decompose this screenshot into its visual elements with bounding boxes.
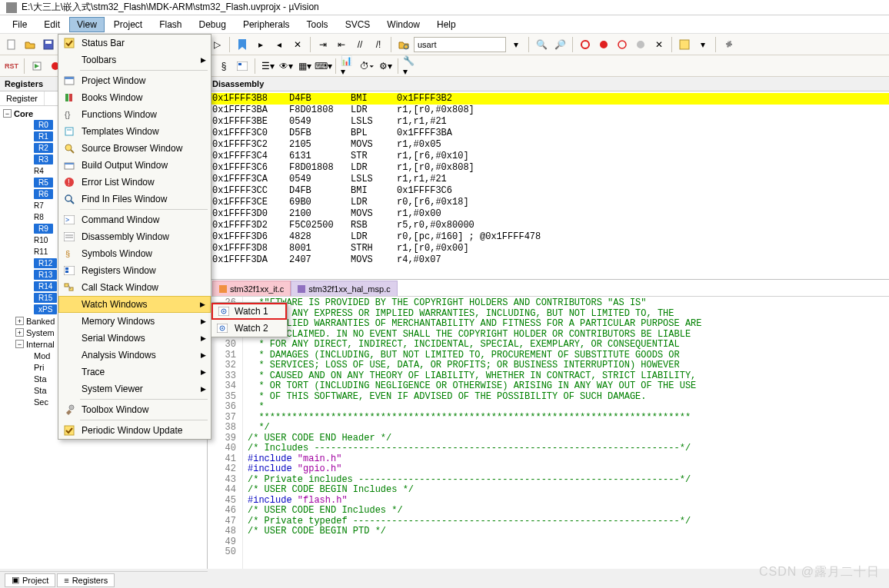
- disable-bp-icon[interactable]: [632, 36, 649, 53]
- menu-item-label: Watch Windows: [82, 299, 148, 310]
- svg-rect-25: [65, 94, 68, 101]
- insert-bp-icon[interactable]: [595, 36, 612, 53]
- disasm-row[interactable]: 0x1FFFF3D88001STRHr1,[r0,#0x00]: [208, 243, 889, 254]
- view-menu-error-list-window[interactable]: !Error List Window: [58, 174, 211, 191]
- incremental-icon[interactable]: 🔎: [551, 36, 568, 53]
- disasm-row[interactable]: 0x1FFFF3BE0549LSLSr1,r1,#21: [208, 116, 889, 128]
- tab-stm32f1xx-hal-msp[interactable]: stm32f1xx_hal_msp.c: [291, 281, 397, 296]
- view-menu-symbols-window[interactable]: §Symbols Window: [58, 245, 211, 262]
- view-menu-toolbox-window[interactable]: Toolbox Window: [58, 401, 211, 418]
- menu-item-label: Symbols Window: [82, 248, 152, 259]
- reset-icon[interactable]: RST: [3, 58, 20, 75]
- menu-window[interactable]: Window: [379, 17, 428, 32]
- system-viewer-icon[interactable]: ⚙▾: [377, 58, 394, 75]
- disasm-row[interactable]: 0x1FFFF3C46131STRr1,[r6,#0x10]: [208, 151, 889, 162]
- uncomment-icon[interactable]: /!: [370, 36, 387, 53]
- save-icon[interactable]: [40, 36, 57, 53]
- view-menu-trace[interactable]: Trace▶: [58, 364, 211, 380]
- symbols-window-icon[interactable]: §: [215, 58, 232, 75]
- view-menu-command-window[interactable]: >Command Window: [58, 211, 211, 228]
- view-menu-disassembly-window[interactable]: Disassembly Window: [58, 228, 211, 245]
- view-menu-functions-window[interactable]: {}Functions Window: [58, 106, 211, 123]
- bookmark-next-icon[interactable]: ▸: [252, 36, 269, 53]
- svg-line-31: [71, 150, 74, 153]
- disasm-row[interactable]: 0x1FFFF3C6F8D01808LDRr1,[r0,#0x808]: [208, 162, 889, 174]
- view-menu-call-stack-window[interactable]: Call Stack Window: [58, 279, 211, 296]
- search-dd-icon[interactable]: ▾: [508, 36, 524, 53]
- search-combo[interactable]: usart: [414, 37, 506, 52]
- view-menu-toolbars[interactable]: Toolbars▶: [58, 51, 211, 68]
- trace-window-icon[interactable]: ⏱▾: [358, 58, 375, 75]
- disasm-row[interactable]: 0x1FFFF3B8D4FBBMI0x1FFFF3B2: [208, 93, 889, 105]
- view-menu-analysis-windows[interactable]: Analysis Windows▶: [58, 347, 211, 364]
- new-file-icon[interactable]: [3, 36, 20, 53]
- watch-submenu-watch-1[interactable]: Watch 1: [211, 303, 287, 320]
- menu-view[interactable]: View: [69, 17, 105, 32]
- disasm-row[interactable]: 0x1FFFF3CCD4FBBMI0x1FFFF3C6: [208, 185, 889, 197]
- open-file-icon[interactable]: [22, 36, 38, 53]
- tab-stm32f1xx-it[interactable]: stm32f1xx_it.c: [212, 281, 291, 296]
- bookmark-icon[interactable]: [234, 36, 251, 53]
- menu-edit[interactable]: Edit: [36, 17, 68, 32]
- debug-start-icon[interactable]: [577, 36, 594, 53]
- view-menu-periodic-window-update[interactable]: Periodic Window Update: [58, 422, 211, 439]
- disasm-row[interactable]: 0x1FFFF3DA2407MOVSr4,#0x07: [208, 254, 889, 266]
- disasm-row[interactable]: 0x1FFFF3D02100MOVSr1,#0x00: [208, 208, 889, 220]
- view-menu-project-window[interactable]: Project Window: [58, 72, 211, 89]
- view-menu-serial-windows[interactable]: Serial Windows▶: [58, 330, 211, 347]
- configure-icon[interactable]: [720, 36, 737, 53]
- menu-peripherals[interactable]: Peripherals: [235, 17, 298, 32]
- comment-icon[interactable]: //: [351, 36, 368, 53]
- registers-window-icon[interactable]: [234, 58, 251, 75]
- disasm-row[interactable]: 0x1FFFF3D2F5C02500RSBr5,r0,#0x80000: [208, 220, 889, 231]
- bottom-tab-registers[interactable]: ≡ Registers: [57, 573, 115, 587]
- disasm-row[interactable]: 0x1FFFF3CA0549LSLSr1,r1,#21: [208, 174, 889, 185]
- view-menu-watch-windows[interactable]: Watch Windows▶: [58, 296, 211, 313]
- outdent-icon[interactable]: ⇤: [333, 36, 350, 53]
- menu-help[interactable]: Help: [429, 17, 464, 32]
- svg-text:!: !: [68, 178, 70, 187]
- watch-submenu-watch-2[interactable]: Watch 2: [211, 320, 287, 337]
- view-menu-registers-window[interactable]: Registers Window: [58, 262, 211, 279]
- disasm-row[interactable]: 0x1FFFF3CE69B0LDRr0,[r6,#0x18]: [208, 197, 889, 208]
- toolbox-icon[interactable]: 🔧▾: [402, 58, 419, 75]
- view-menu-templates-window[interactable]: Templates Window: [58, 123, 211, 140]
- view-menu-books-window[interactable]: Books Window: [58, 89, 211, 106]
- menu-svcs[interactable]: SVCS: [338, 17, 378, 32]
- code-editor[interactable]: 2627282930313233343536373839404142434445…: [208, 297, 889, 569]
- run-icon[interactable]: [28, 58, 45, 75]
- kill-bp-icon[interactable]: ✕: [651, 36, 668, 53]
- disasm-row[interactable]: 0x1FFFF3D64828LDRr0,[pc,#160] ; @0x1FFFF…: [208, 231, 889, 243]
- watch-window-icon[interactable]: 👁▾: [278, 58, 295, 75]
- menu-tools[interactable]: Tools: [299, 17, 336, 32]
- menu-debug[interactable]: Debug: [191, 17, 234, 32]
- analysis-window-icon[interactable]: 📊▾: [340, 58, 357, 75]
- enable-bp-icon[interactable]: [614, 36, 631, 53]
- menu-separator: [80, 420, 208, 420]
- view-menu-memory-windows[interactable]: Memory Windows▶: [58, 313, 211, 330]
- menu-file[interactable]: File: [5, 17, 35, 32]
- memory-window-icon[interactable]: ▦▾: [296, 58, 313, 75]
- view-menu-build-output-window[interactable]: Build Output Window: [58, 157, 211, 174]
- callstack-window-icon[interactable]: ☰▾: [259, 58, 276, 75]
- serial-window-icon[interactable]: ⌨▾: [315, 58, 331, 75]
- find-icon[interactable]: [395, 36, 412, 53]
- view-menu-status-bar[interactable]: Status Bar: [58, 35, 211, 51]
- disasm-row[interactable]: 0x1FFFF3C22105MOVSr1,#0x05: [208, 139, 889, 151]
- editor-code[interactable]: *"FTWARE IS PROVIDED BY THE COPYRIGHT HO…: [243, 297, 889, 569]
- bottom-tab-project[interactable]: ▣ Project: [5, 573, 55, 587]
- view-menu-system-viewer[interactable]: System Viewer▶: [58, 380, 211, 397]
- bookmark-prev-icon[interactable]: ◂: [271, 36, 288, 53]
- view-menu-find-in-files-window[interactable]: Find In Files Window: [58, 191, 211, 208]
- menu-project[interactable]: Project: [106, 17, 150, 32]
- disasm-row[interactable]: 0x1FFFF3BAF8D01808LDRr1,[r0,#0x808]: [208, 105, 889, 116]
- disasm-row[interactable]: 0x1FFFF3C0D5FBBPL0x1FFFF3BA: [208, 128, 889, 139]
- window-layout-icon[interactable]: [676, 36, 693, 53]
- indent-icon[interactable]: ⇥: [315, 36, 331, 53]
- window-dd-icon[interactable]: ▾: [694, 36, 711, 53]
- disassembly-view[interactable]: 0x1FFFF3B8D4FBBMI0x1FFFF3B20x1FFFF3BAF8D…: [208, 91, 889, 280]
- menu-flash[interactable]: Flash: [151, 17, 189, 32]
- bookmark-clear-icon[interactable]: ✕: [289, 36, 306, 53]
- view-menu-source-browser-window[interactable]: Source Browser Window: [58, 140, 211, 157]
- find-in-files-icon[interactable]: 🔍: [533, 36, 550, 53]
